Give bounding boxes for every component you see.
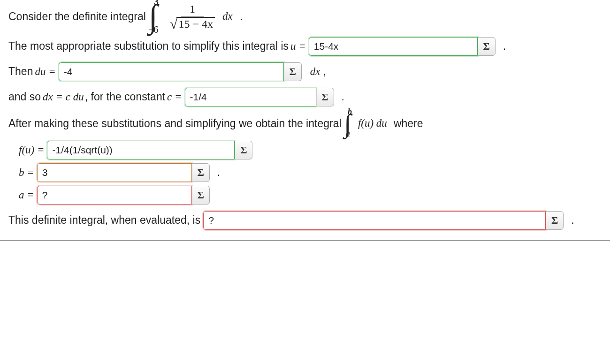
- c-lhs: c =: [167, 91, 182, 103]
- du-prefix: Then: [8, 65, 33, 78]
- b-row: b = Σ .: [19, 163, 604, 182]
- c-input[interactable]: [185, 88, 316, 106]
- du-lhs: du =: [35, 66, 55, 78]
- u-period: .: [503, 40, 506, 53]
- b-lhs: b =: [19, 167, 34, 179]
- c-text1: and so: [8, 91, 41, 103]
- c-text2: , for the constant: [85, 91, 165, 103]
- b-period: .: [217, 166, 220, 179]
- intro-text: Consider the definite integral: [8, 10, 146, 23]
- sigma-button-b[interactable]: Σ: [192, 163, 210, 182]
- intro-period: .: [240, 10, 243, 23]
- intro-row: Consider the definite integral ∫ 3 −6 1 …: [8, 3, 604, 30]
- integral-radicand: 15 − 4x: [176, 17, 215, 30]
- integral-main: ∫ 3 −6 1 √ 15 − 4x dx: [149, 3, 233, 30]
- integral-dx: dx: [222, 10, 233, 23]
- sigma-button-u[interactable]: Σ: [478, 37, 496, 56]
- du-trailing-math: dx: [310, 66, 320, 78]
- du-comma: ,: [323, 65, 326, 78]
- u-lhs: u =: [290, 40, 306, 53]
- integral-upper: 3: [154, 0, 159, 6]
- sigma-button-du[interactable]: Σ: [284, 62, 302, 81]
- result-intro-text: After making these substitutions and sim…: [8, 117, 342, 130]
- c-row: and so dx = c du , for the constant c = …: [8, 88, 604, 106]
- u-input[interactable]: [309, 37, 478, 56]
- a-lhs: a =: [19, 189, 34, 201]
- final-input[interactable]: [203, 211, 546, 230]
- int-u-upper: b: [348, 107, 352, 116]
- integral-u: ∫ b a f(u) du: [344, 113, 387, 134]
- sigma-button-f[interactable]: Σ: [235, 141, 252, 159]
- result-intro-trailing: where: [394, 117, 423, 130]
- sigma-button-a[interactable]: Σ: [192, 186, 210, 205]
- final-period: .: [571, 214, 574, 227]
- f-lhs: f(u) =: [19, 144, 44, 156]
- c-mid-math: dx = c du: [43, 91, 84, 103]
- int-u-integrand: f(u) du: [358, 117, 387, 129]
- integral-lower: −6: [148, 25, 158, 34]
- result-intro-row: After making these substitutions and sim…: [8, 113, 604, 134]
- final-row: This definite integral, when evaluated, …: [8, 211, 604, 230]
- f-input[interactable]: [47, 141, 235, 159]
- int-u-lower: a: [346, 129, 350, 138]
- u-row: The most appropriate substitution to sim…: [8, 37, 604, 56]
- a-row: a = Σ: [19, 186, 604, 205]
- c-period: .: [342, 91, 344, 103]
- a-input[interactable]: [37, 186, 192, 205]
- du-input[interactable]: [59, 62, 284, 81]
- f-row: f(u) = Σ: [19, 141, 604, 159]
- final-text: This definite integral, when evaluated, …: [8, 214, 200, 227]
- du-row: Then du = Σ dx ,: [8, 62, 604, 81]
- u-text: The most appropriate substitution to sim…: [8, 40, 289, 53]
- sigma-button-final[interactable]: Σ: [546, 211, 564, 230]
- integral-numerator: 1: [181, 3, 204, 16]
- sigma-button-c[interactable]: Σ: [316, 88, 334, 106]
- b-input[interactable]: [37, 163, 192, 182]
